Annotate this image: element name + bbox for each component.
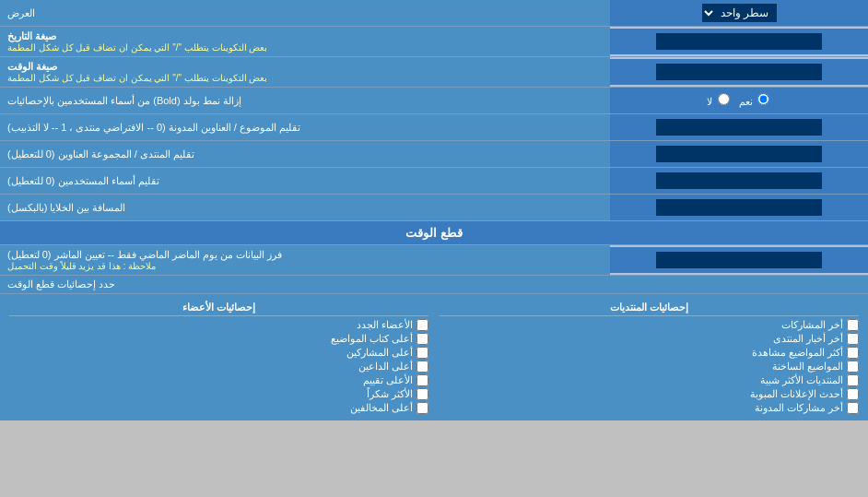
forum-titles-input[interactable]: 33 [656,146,822,162]
bold-radio-group: نعم لا [707,93,770,108]
cell-spacing-input[interactable]: 2 [656,199,822,216]
cut-time-input[interactable]: 0 [656,252,822,268]
checkbox-top-rated[interactable] [416,374,428,386]
topic-titles-input-container[interactable]: 33 [610,114,868,140]
time-format-input-container[interactable]: H:i [610,59,868,85]
usernames-label: تقليم أسماء المستخدمين (0 للتعطيل) [0,168,610,194]
list-item: أخر المشاركات [440,318,859,332]
checkboxes-section: إحصائيات المنتديات أخر المشاركات أخر أخب… [0,294,868,420]
forum-titles-row: 33 تقليم المنتدى / المجموعة العناوين (0 … [0,141,868,168]
display-row: سطر واحدسطرينثلاثة أسطر العرض [0,0,868,27]
checkbox-top-contributors[interactable] [416,347,428,359]
bold-remove-label: إزالة نمط بولد (Bold) من أسماء المستخدمي… [0,88,610,113]
bold-no-label[interactable]: لا [707,93,731,108]
topic-titles-row: 33 تقليم الموضوع / العناوين المدونة (0 -… [0,114,868,141]
bold-remove-row: نعم لا إزالة نمط بولد (Bold) من أسماء ال… [0,88,868,114]
checkbox-top-posters[interactable] [416,333,428,345]
list-item: الأعضاء الجدد [9,318,428,332]
forum-titles-input-container[interactable]: 33 [610,141,868,167]
checkbox-top-violators[interactable] [416,402,428,414]
checkbox-most-viewed[interactable] [847,347,859,359]
checkbox-similar-forums[interactable] [847,374,859,386]
forum-titles-label: تقليم المنتدى / المجموعة العناوين (0 للت… [0,141,610,167]
list-item: أكثر المواضيع مشاهدة [440,346,859,360]
bold-remove-radio-container[interactable]: نعم لا [610,88,868,113]
checkbox-col-forums: إحصائيات المنتديات أخر المشاركات أخر أخب… [434,298,864,417]
bold-no-radio[interactable] [718,93,730,105]
checkbox-columns: إحصائيات المنتديات أخر المشاركات أخر أخب… [4,298,864,417]
list-item: المواضيع الساخنة [440,360,859,373]
cut-time-row: 0 فرز البيانات من يوم الماضر الماضي فقط … [0,245,868,276]
list-item: أعلى المخالفين [9,401,428,415]
topic-titles-label: تقليم الموضوع / العناوين المدونة (0 -- ا… [0,114,610,140]
forums-col-header: إحصائيات المنتديات [440,300,859,316]
checkbox-last-posts[interactable] [847,319,859,331]
list-item: أعلى كتاب المواضيع [9,332,428,346]
topic-titles-input[interactable]: 33 [656,119,822,136]
list-item: الأكثر شكراً [9,387,428,401]
cut-time-section-header: قطع الوقت [0,221,868,245]
display-label: العرض [0,0,610,26]
date-format-input[interactable]: d-m [656,33,822,50]
cell-spacing-row: 2 المسافة بين الخلايا (بالبكسل) [0,195,868,221]
list-item: أعلى الداعين [9,360,428,373]
checkbox-new-members[interactable] [416,319,428,331]
time-format-row: H:i صيغة الوقت بعض التكوينات يتطلب "/" ا… [0,57,868,88]
list-item: أحدث الإعلانات المبوبة [440,387,859,401]
time-format-label: صيغة الوقت بعض التكوينات يتطلب "/" التي … [0,57,610,87]
checkbox-top-inviters[interactable] [416,361,428,373]
date-format-label: صيغة التاريخ بعض التكوينات يتطلب "/" الت… [0,27,610,56]
list-item: المنتديات الأكثر شبية [440,373,859,387]
bold-yes-label[interactable]: نعم [739,93,771,108]
members-col-header: إحصائيات الأعضاء [9,300,428,316]
bold-yes-radio[interactable] [757,93,769,105]
limit-row: حدد إحصائيات قطع الوقت [0,276,868,294]
time-format-input[interactable]: H:i [656,64,822,80]
cut-time-label: فرز البيانات من يوم الماضر الماضي فقط --… [0,245,610,275]
list-item: أخر أخبار المنتدى [440,332,859,346]
checkbox-forum-news[interactable] [847,333,859,345]
usernames-row: 0 تقليم أسماء المستخدمين (0 للتعطيل) [0,168,868,195]
display-select[interactable]: سطر واحدسطرينثلاثة أسطر [702,4,777,22]
checkbox-blog-posts[interactable] [847,402,859,414]
checkbox-most-thanks[interactable] [416,388,428,400]
cell-spacing-input-container[interactable]: 2 [610,195,868,220]
checkbox-hot-topics[interactable] [847,361,859,373]
usernames-input-container[interactable]: 0 [610,168,868,194]
usernames-input[interactable]: 0 [656,172,822,189]
cut-time-input-container[interactable]: 0 [610,247,868,273]
checkbox-latest-classified[interactable] [847,388,859,400]
display-select-container[interactable]: سطر واحدسطرينثلاثة أسطر [610,0,868,26]
list-item: الأعلى تقييم [9,373,428,387]
list-item: أعلى المشاركين [9,346,428,360]
list-item: أخر مشاركات المدونة [440,401,859,415]
checkbox-col-members: إحصائيات الأعضاء الأعضاء الجدد أعلى كتاب… [4,298,434,417]
date-format-row: d-m صيغة التاريخ بعض التكوينات يتطلب "/"… [0,27,868,57]
date-format-input-container[interactable]: d-m [610,29,868,54]
cell-spacing-label: المسافة بين الخلايا (بالبكسل) [0,195,610,220]
